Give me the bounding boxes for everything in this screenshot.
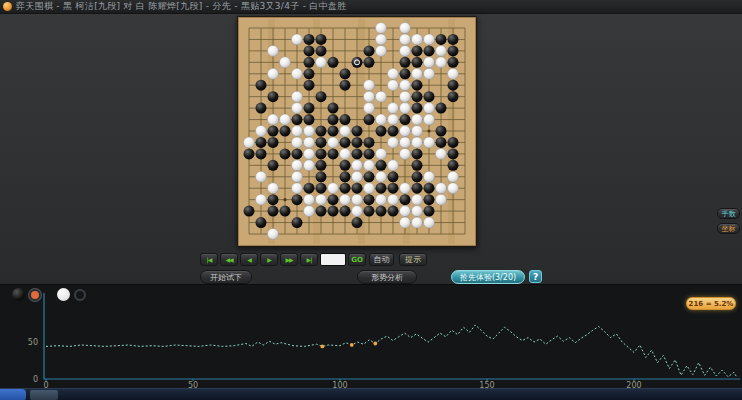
position-analysis-button[interactable]: 形势分析 [357, 270, 417, 284]
title-bar: 弈天围棋 - 黑 柯洁[九段] 对 白 陈耀烨[九段] - 分先 - 黑贴3又3… [0, 0, 742, 14]
app-logo-icon [3, 2, 12, 11]
start-button[interactable] [0, 389, 26, 400]
go-button[interactable]: GO [348, 253, 366, 266]
ai-quota-button[interactable]: 抢先体验(3/20) [451, 270, 525, 284]
winrate-tooltip: 216 = 5.2% [686, 297, 736, 310]
back-one-button[interactable]: ◀ [240, 253, 258, 266]
back-fast-button[interactable]: ◀◀ [220, 253, 238, 266]
app-window: 弈天围棋 - 黑 柯洁[九段] 对 白 陈耀烨[九段] - 分先 - 黑贴3又3… [0, 0, 742, 400]
go-board-canvas[interactable] [238, 17, 476, 246]
hint-button[interactable]: 提示 [399, 253, 427, 266]
white-curve-radio[interactable] [74, 289, 86, 301]
black-stone-legend-icon [12, 288, 25, 301]
auto-play-button[interactable]: 自动 [369, 253, 394, 266]
curve-legend [12, 288, 86, 301]
taskbar [0, 388, 742, 400]
move-number-input[interactable] [320, 253, 346, 266]
start-trial-button[interactable]: 开始试下 [200, 270, 252, 284]
winrate-chart[interactable]: 500050100150200 [0, 285, 742, 389]
help-button[interactable]: ? [529, 270, 542, 283]
svg-text:0: 0 [33, 375, 38, 384]
winrate-graph-panel: 500050100150200 216 = 5.2% [0, 284, 742, 388]
black-curve-radio[interactable] [29, 289, 41, 301]
taskbar-app[interactable] [30, 390, 58, 400]
svg-text:50: 50 [28, 338, 38, 347]
window-title: 弈天围棋 - 黑 柯洁[九段] 对 白 陈耀烨[九段] - 分先 - 黑贴3又3… [16, 0, 347, 13]
go-board[interactable] [237, 16, 477, 247]
move-numbers-toggle[interactable]: 手数 [717, 208, 740, 219]
coordinates-toggle[interactable]: 坐标 [717, 223, 740, 234]
white-stone-legend-icon [57, 288, 70, 301]
first-move-button[interactable]: |◀ [200, 253, 218, 266]
last-move-button[interactable]: ▶| [300, 253, 318, 266]
forward-one-button[interactable]: ▶ [260, 253, 278, 266]
forward-fast-button[interactable]: ▶▶ [280, 253, 298, 266]
